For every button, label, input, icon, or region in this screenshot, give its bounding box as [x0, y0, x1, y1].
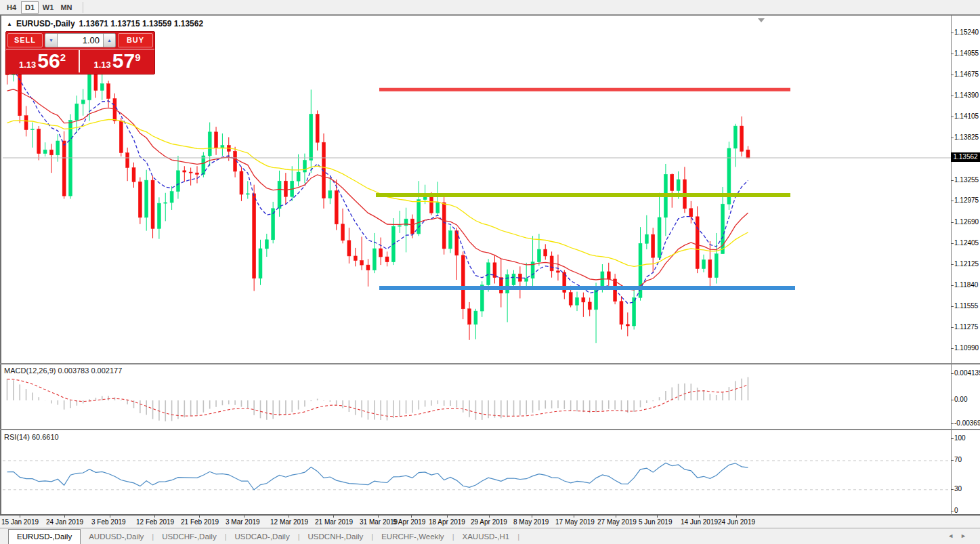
price-axis-tick: [951, 285, 954, 286]
price-axis-tick: [951, 348, 954, 349]
price-axis-label: 1.14955: [954, 49, 979, 57]
chart-shift-marker-icon[interactable]: [758, 18, 765, 22]
date-axis-tick: [289, 516, 289, 518]
date-axis-label: 5 Jun 2019: [639, 518, 673, 526]
date-axis-label: 17 May 2019: [555, 518, 595, 526]
buy-price-main: 57: [112, 50, 135, 72]
date-axis-tick: [657, 516, 658, 518]
date-axis-tick: [199, 516, 200, 518]
chart-tab-usdchf[interactable]: USDCHF-,Daily: [154, 530, 225, 544]
date-axis-tick: [532, 516, 532, 518]
rsi-axis-tick: [951, 438, 954, 439]
price-axis-frame: [951, 16, 952, 516]
sell-price-display[interactable]: 1.13 56 2: [6, 49, 79, 73]
sell-button[interactable]: SELL: [7, 33, 43, 47]
price-axis-label: 1.12690: [954, 218, 979, 226]
date-axis-label: 24 Jun 2019: [718, 518, 755, 526]
chart-window: [0, 15, 980, 516]
one-click-trading-panel: SELL ▼ 1.00 ▲ BUY 1.13 56 2 1.13 57 9: [5, 31, 155, 75]
price-axis-tick: [951, 33, 954, 33]
current-price-tag: 1.13562: [951, 152, 980, 162]
price-axis-tick: [951, 264, 954, 265]
rsi-axis-tick: [951, 489, 954, 490]
rsi-axis-label: 0: [954, 507, 958, 514]
rsi-indicator-label: RSI(14) 60.6610: [4, 433, 59, 441]
timeframe-button-w1[interactable]: W1: [39, 1, 57, 14]
price-axis-label: 1.14390: [954, 91, 979, 99]
mt4-terminal: H4D1W1MN ▲ EURUSD-,Daily 1.13671 1.13715…: [0, 0, 980, 544]
date-axis-tick: [20, 516, 20, 518]
date-axis-label: 29 Apr 2019: [471, 518, 507, 526]
chart-tab-bar: EURUSD-,DailyAUDUSD-,Daily|USDCHF-,Daily…: [0, 528, 980, 544]
macd-axis-label: -0.003699: [954, 419, 980, 427]
date-axis-label: 9 Apr 2019: [393, 518, 425, 526]
date-axis-tick: [378, 516, 379, 518]
date-axis-label: 12 Feb 2019: [136, 518, 174, 526]
date-axis-label: 24 Jan 2019: [46, 518, 83, 526]
price-axis-tick: [951, 138, 954, 138]
price-axis-tick: [951, 222, 954, 223]
macd-axis-tick: [951, 423, 954, 424]
chart-tab-eurchf[interactable]: EURCHF-,Weekly: [373, 530, 452, 544]
timeframe-button-d1[interactable]: D1: [21, 1, 39, 14]
panel-separator-macd[interactable]: [0, 363, 980, 364]
macd-indicator-label: MACD(12,26,9) 0.003783 0.002177: [4, 367, 122, 375]
chart-tab-usdcnh[interactable]: USDCNH-,Daily: [300, 530, 372, 544]
tab-scroll-left-icon[interactable]: ◄: [947, 532, 960, 539]
sell-price-prefix: 1.13: [19, 60, 36, 70]
date-axis-label: 12 Mar 2019: [270, 518, 308, 526]
volume-decrease-button[interactable]: ▼: [45, 33, 58, 47]
timeframe-toolbar: H4D1W1MN: [0, 0, 980, 15]
price-axis-tick: [951, 96, 954, 96]
panel-separator-rsi[interactable]: [0, 429, 980, 430]
rsi-axis-tick: [951, 511, 954, 511]
chart-tab-eurusd[interactable]: EURUSD-,Daily: [8, 529, 81, 544]
volume-input[interactable]: 1.00: [58, 33, 103, 47]
date-axis-label: 15 Jan 2019: [1, 518, 39, 526]
date-axis-tick: [244, 516, 244, 518]
price-axis-label: 1.14105: [954, 112, 979, 120]
buy-price-pip: 9: [135, 51, 140, 63]
timeframe-button-mn[interactable]: MN: [58, 1, 75, 14]
macd-axis-tick: [951, 373, 954, 374]
rsi-axis-tick: [951, 460, 954, 461]
macd-axis-label: 0.004139: [954, 369, 980, 377]
chart-tab-usdcad[interactable]: USDCAD-,Daily: [227, 530, 298, 544]
tab-scroll-arrows[interactable]: ◄►: [947, 532, 973, 539]
price-axis-label: 1.11275: [954, 323, 978, 331]
rsi-axis-label: 100: [954, 434, 966, 442]
date-axis-tick: [110, 516, 110, 518]
volume-increase-button[interactable]: ▲: [103, 33, 116, 47]
collapse-triangle-icon[interactable]: ▲: [7, 21, 12, 27]
rsi-chart-canvas[interactable]: [3, 431, 952, 515]
date-axis-tick: [333, 516, 334, 518]
price-axis-tick: [951, 306, 954, 307]
chart-symbol-label: EURUSD-,Daily: [16, 19, 75, 28]
tab-separator: |: [517, 532, 519, 544]
timeframe-button-h4[interactable]: H4: [3, 1, 20, 14]
date-axis-label: 21 Mar 2019: [315, 518, 353, 526]
date-axis-label: 8 May 2019: [513, 518, 549, 526]
price-axis-label: 1.10990: [954, 344, 979, 352]
chart-tab-audusd[interactable]: AUDUSD-,Daily: [81, 530, 152, 544]
buy-price-display[interactable]: 1.13 57 9: [80, 49, 154, 73]
chart-ohlc-values: 1.13671 1.13715 1.13559 1.13562: [79, 19, 204, 28]
price-axis-tick: [951, 117, 954, 117]
buy-button[interactable]: BUY: [118, 33, 153, 47]
date-axis-tick: [699, 516, 700, 518]
price-axis-label: 1.13825: [954, 133, 979, 141]
chart-tab-xauusd[interactable]: XAUUSD-,H1: [454, 530, 517, 544]
date-axis-label: 18 Apr 2019: [429, 518, 465, 526]
date-axis-label: 21 Feb 2019: [181, 518, 219, 526]
price-axis-tick: [951, 243, 954, 244]
price-axis-tick: [951, 54, 954, 54]
sell-price-pip: 2: [60, 51, 66, 63]
macd-axis-tick: [951, 400, 954, 400]
tab-scroll-right-icon[interactable]: ►: [960, 532, 973, 539]
date-axis-tick: [616, 516, 616, 518]
price-axis-label: 1.12125: [954, 260, 979, 268]
price-axis-label: 1.12405: [954, 239, 979, 247]
price-axis-label: 1.15240: [954, 28, 979, 36]
macd-chart-canvas[interactable]: [3, 365, 952, 430]
sell-price-main: 56: [37, 50, 60, 72]
